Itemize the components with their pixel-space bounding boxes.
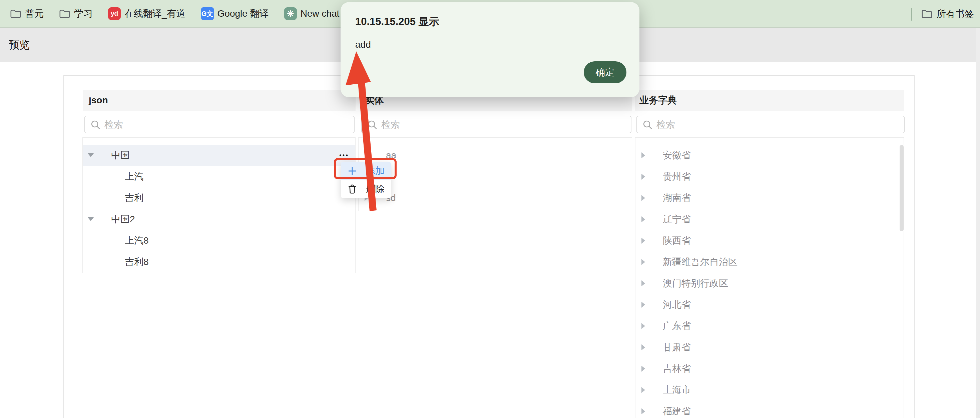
tree-label: 新疆维吾尔自治区 — [663, 251, 738, 273]
tree-label: 广东省 — [663, 315, 691, 337]
page-title: 预览 — [9, 28, 30, 62]
folder-icon — [59, 9, 70, 19]
tree-label: 湖南省 — [663, 188, 691, 209]
panel-header-dict: 业务字典 — [635, 90, 904, 111]
entity-tree: aa b sd — [358, 137, 632, 211]
tree-row[interactable]: 中国 ••• — [83, 145, 355, 166]
tree-row[interactable]: 吉林省 — [635, 358, 904, 379]
tree-row[interactable]: 澳门特别行政区 — [635, 273, 904, 294]
bookmark-label: 在线翻译_有道 — [124, 7, 186, 20]
tree-row[interactable]: 福建省 — [635, 401, 904, 418]
context-menu: 添加 删除 — [341, 162, 391, 198]
tree-row[interactable]: 安徽省 — [635, 145, 904, 166]
bookmark-item[interactable]: yd 在线翻译_有道 — [108, 7, 186, 20]
alert-dialog: 10.15.15.205 显示 add 确定 — [340, 2, 640, 97]
caret-right-icon[interactable] — [641, 387, 645, 393]
confirm-button[interactable]: 确定 — [584, 61, 627, 83]
bookmark-item[interactable]: G文 Google 翻译 — [201, 7, 269, 20]
search-input-entity[interactable] — [361, 116, 632, 134]
tree-label: 安徽省 — [663, 145, 691, 166]
tree-row[interactable]: 广东省 — [635, 315, 904, 337]
tree-label: 上汽8 — [125, 230, 149, 251]
tree-label: 中国2 — [111, 209, 135, 230]
all-bookmarks-button[interactable]: 所有书签 — [921, 0, 974, 28]
tree-row[interactable]: 上海市 — [635, 379, 904, 401]
tree-row[interactable]: 吉利8 — [83, 251, 355, 273]
tree-row[interactable]: b — [359, 166, 632, 188]
bookmark-label: New chat — [301, 8, 340, 19]
menu-item-add[interactable]: 添加 — [341, 162, 391, 180]
caret-right-icon[interactable] — [641, 280, 645, 286]
scrollbar-thumb[interactable] — [900, 145, 904, 231]
tree-row[interactable]: sd — [359, 188, 632, 209]
caret-right-icon[interactable] — [641, 344, 645, 350]
trash-icon — [347, 184, 357, 194]
search-box-entity — [361, 116, 632, 134]
search-input-json[interactable] — [84, 116, 355, 134]
tree-label: 中国 — [111, 145, 130, 166]
tree-row[interactable]: 陕西省 — [635, 230, 904, 251]
panel-title: json — [89, 95, 108, 106]
tree-label: 吉利 — [125, 188, 143, 209]
dict-tree: 安徽省 贵州省 湖南省 辽宁省 陕西省 新疆维吾尔自治区 澳门特别行政区 河北省… — [635, 137, 904, 418]
tree-row[interactable]: 新疆维吾尔自治区 — [635, 251, 904, 273]
caret-right-icon[interactable] — [641, 259, 645, 265]
caret-right-icon[interactable] — [641, 153, 645, 158]
caret-down-icon[interactable] — [88, 153, 94, 157]
page-scrollbar[interactable] — [976, 28, 980, 418]
youdao-icon: yd — [108, 7, 121, 20]
json-tree: 中国 ••• 上汽 吉利 中国2 上汽8 吉利8 — [83, 137, 356, 273]
tree-row[interactable]: 甘肃省 — [635, 337, 904, 358]
tree-row[interactable]: 中国2 — [83, 209, 355, 230]
tree-label: 吉利8 — [125, 251, 149, 273]
panel-title: 业务字典 — [640, 94, 677, 106]
tree-label: 福建省 — [663, 401, 691, 418]
caret-down-icon[interactable] — [88, 217, 94, 221]
tree-label: 吉林省 — [663, 358, 691, 379]
tree-label: 河北省 — [663, 294, 691, 315]
caret-right-icon[interactable] — [641, 238, 645, 244]
caret-right-icon[interactable] — [641, 302, 645, 308]
bookmark-item[interactable]: 学习 — [59, 7, 93, 20]
caret-right-icon[interactable] — [641, 174, 645, 180]
search-box-dict — [636, 116, 905, 134]
all-bookmarks-label: 所有书签 — [937, 8, 974, 20]
bookmark-label: Google 翻译 — [218, 7, 269, 20]
tree-label: 陕西省 — [663, 230, 691, 251]
caret-right-icon[interactable] — [364, 153, 368, 158]
tree-row[interactable]: 河北省 — [635, 294, 904, 315]
bookmark-item[interactable]: 普元 — [10, 7, 44, 20]
bookmark-label: 普元 — [25, 7, 44, 20]
caret-right-icon[interactable] — [641, 216, 645, 223]
tree-label: 澳门特别行政区 — [663, 273, 728, 294]
tree-label: 上汽 — [125, 166, 143, 188]
menu-item-label: 添加 — [366, 165, 385, 177]
alert-dialog-message: add — [355, 39, 371, 50]
menu-item-label: 删除 — [366, 183, 385, 195]
tree-row[interactable]: 吉利 — [83, 188, 355, 209]
plus-icon — [347, 166, 357, 176]
tree-row[interactable]: 贵州省 — [635, 166, 904, 188]
bookmark-item[interactable]: ❋ New chat — [284, 7, 340, 20]
search-input-dict[interactable] — [636, 116, 905, 134]
caret-right-icon[interactable] — [641, 408, 645, 414]
google-translate-icon: G文 — [201, 7, 214, 20]
caret-right-icon[interactable] — [641, 366, 645, 372]
tree-row[interactable]: 湖南省 — [635, 188, 904, 209]
tree-label: 甘肃省 — [663, 337, 691, 358]
tree-row[interactable]: 上汽8 — [83, 230, 355, 251]
tree-row[interactable]: 上汽 — [83, 166, 355, 188]
tree-row[interactable]: 辽宁省 — [635, 209, 904, 230]
caret-right-icon[interactable] — [641, 323, 645, 329]
alert-dialog-title: 10.15.15.205 显示 — [355, 15, 439, 29]
folder-icon — [10, 9, 21, 19]
bookmark-label: 学习 — [74, 7, 93, 20]
tree-row[interactable]: aa — [359, 145, 632, 166]
menu-item-delete[interactable]: 删除 — [341, 180, 391, 198]
tree-label: 辽宁省 — [663, 209, 691, 230]
folder-icon — [921, 9, 932, 19]
tree-label: 贵州省 — [663, 166, 691, 188]
caret-right-icon[interactable] — [641, 195, 645, 201]
panel-header-json: json — [83, 90, 356, 111]
search-box-json — [84, 116, 355, 134]
